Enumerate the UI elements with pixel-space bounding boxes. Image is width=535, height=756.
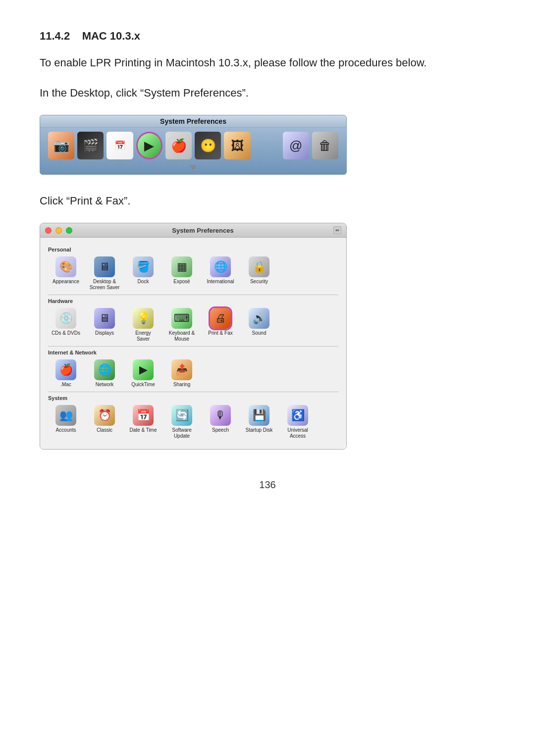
pref-item-accounts[interactable]: 👥 Accounts — [48, 405, 84, 439]
pref-item-desktop[interactable]: 🖥 Desktop &Screen Saver — [87, 256, 122, 291]
system-icons-grid: 👥 Accounts ⏰ Classic 📅 Date & Time 🔄 Sof… — [48, 405, 338, 439]
pref-item-quicktime[interactable]: ▶ QuickTime — [125, 359, 161, 388]
topbar-icon-movie: 🎬 — [77, 132, 104, 159]
topbar-icon-at: @ — [283, 132, 309, 159]
topbar-icon-calendar: 📅 — [107, 132, 133, 159]
pref-item-printfax[interactable]: 🖨 Print & Fax — [203, 308, 238, 342]
window-resize[interactable]: ⇔ — [333, 226, 341, 234]
heading-title: MAC 10.3.x — [82, 30, 140, 42]
pref-item-network[interactable]: 🌐 Network — [87, 359, 122, 388]
section-internet-label: Internet & Network — [48, 350, 338, 355]
topbar-icon-apple: 🍎 — [165, 132, 192, 159]
pref-item-classic[interactable]: ⏰ Classic — [87, 405, 122, 439]
topbar-icon-camera: 📷 — [48, 132, 74, 159]
topbar-icon-space — [254, 132, 280, 159]
heading-number: 11.4.2 — [40, 30, 70, 42]
window-titlebar: System Preferences ⇔ — [40, 223, 346, 238]
internet-icons-grid: 🍎 .Mac 🌐 Network ▶ QuickTime 📤 Sharing — [48, 359, 338, 388]
pref-item-dock[interactable]: 🪣 Dock — [125, 256, 161, 291]
pref-item-cds[interactable]: 💿 CDs & DVDs — [48, 308, 84, 342]
pref-item-keyboard[interactable]: ⌨ Keyboard &Mouse — [164, 308, 200, 342]
instruction2: Click “Print & Fax”. — [40, 193, 495, 209]
topbar-icon-photo: 🖼 — [224, 132, 250, 159]
pref-item-energy[interactable]: 💡 EnergySaver — [125, 308, 161, 342]
instruction1: In the Desktop, click “System Preference… — [40, 85, 495, 101]
pref-item-datetime[interactable]: 📅 Date & Time — [125, 405, 161, 439]
pref-item-security[interactable]: 🔒 Security — [241, 256, 277, 291]
section-heading: 11.4.2 MAC 10.3.x — [40, 30, 495, 43]
pref-item-startup[interactable]: 💾 Startup Disk — [241, 405, 277, 439]
section-personal-label: Personal — [48, 247, 338, 252]
hardware-icons-grid: 💿 CDs & DVDs 🖥 Displays 💡 EnergySaver ⌨ … — [48, 308, 338, 342]
traffic-light-green[interactable] — [66, 227, 72, 234]
pref-item-speech[interactable]: 🎙 Speech — [203, 405, 238, 439]
traffic-light-red[interactable] — [45, 227, 52, 234]
intro-paragraph: To enable LPR Printing in Macintosh 10.3… — [40, 54, 495, 71]
window-title: System Preferences — [76, 227, 329, 234]
pref-item-displays[interactable]: 🖥 Displays — [87, 308, 122, 342]
personal-icons-grid: 🎨 Appearance 🖥 Desktop &Screen Saver 🪣 D… — [48, 256, 338, 291]
section-system-label: System — [48, 395, 338, 401]
page-number: 136 — [40, 479, 495, 491]
syspref-bar-title: System Preferences — [40, 115, 346, 128]
pref-item-universal[interactable]: ♿ UniversalAccess — [280, 405, 316, 439]
syspref-window-screenshot: System Preferences ⇔ Personal 🎨 Appearan… — [40, 223, 347, 450]
topbar-icon-face: 😶 — [195, 132, 221, 159]
section-hardware-label: Hardware — [48, 298, 338, 304]
topbar-icon-qt: ▶ — [136, 132, 162, 159]
pref-item-international[interactable]: 🌐 International — [203, 256, 238, 291]
syspref-bar-screenshot: System Preferences 📷 🎬 📅 ▶ 🍎 😶 🖼 @ 🗑 — [40, 115, 347, 175]
pref-item-sharing[interactable]: 📤 Sharing — [164, 359, 200, 388]
pref-item-appearance[interactable]: 🎨 Appearance — [48, 256, 84, 291]
traffic-light-yellow[interactable] — [55, 227, 62, 234]
pref-item-expose[interactable]: ▦ Exposé — [164, 256, 200, 291]
topbar-icon-trash: 🗑 — [312, 132, 338, 159]
pref-item-sound[interactable]: 🔊 Sound — [241, 308, 277, 342]
pref-item-mac[interactable]: 🍎 .Mac — [48, 359, 84, 388]
pref-item-software[interactable]: 🔄 SoftwareUpdate — [164, 405, 200, 439]
